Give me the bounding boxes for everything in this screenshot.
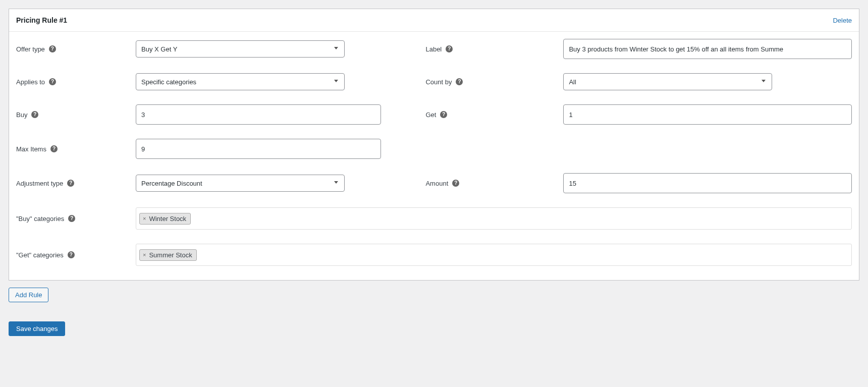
row-buy-categories: "Buy" categories ? × Winter Stock [16,207,852,230]
panel-title: Pricing Rule #1 [16,16,67,24]
adjustment-type-label-cell: Adjustment type ? [16,180,136,187]
count-by-value: All [569,78,576,86]
buy-input[interactable] [136,104,381,125]
help-icon[interactable]: ? [50,145,58,152]
offer-type-select[interactable]: Buy X Get Y [136,40,345,58]
add-rule-button[interactable]: Add Rule [9,288,48,302]
help-icon[interactable]: ? [440,111,447,118]
count-by-label-cell: Count by ? [425,78,563,86]
row-adjustment-amount: Adjustment type ? Percentage Discount Am… [16,173,852,193]
help-icon[interactable]: ? [31,111,38,118]
help-icon[interactable]: ? [68,251,75,258]
help-icon[interactable]: ? [452,180,459,187]
tag-label: Summer Stock [149,251,192,259]
adjustment-type-value: Percentage Discount [141,180,202,187]
help-icon[interactable]: ? [67,180,74,187]
buy-categories-label-cell: "Buy" categories ? [16,207,136,230]
row-applies-count: Applies to ? Specific categories Count b… [16,73,852,90]
max-items-label: Max Items [16,145,46,153]
max-items-label-cell: Max Items ? [16,145,136,153]
row-offer-label: Offer type ? Buy X Get Y Label ? [16,39,852,59]
count-by-label: Count by [425,78,452,86]
applies-to-label-cell: Applies to ? [16,78,136,86]
chevron-down-icon [332,77,340,87]
applies-to-value: Specific categories [141,78,196,86]
help-icon[interactable]: ? [68,215,75,222]
help-icon[interactable]: ? [49,78,56,85]
adjustment-type-label: Adjustment type [16,180,63,187]
panel-header: Pricing Rule #1 Delete [9,9,859,32]
chevron-down-icon [332,179,340,188]
amount-label-cell: Amount ? [425,180,563,187]
amount-input[interactable] [563,173,852,193]
offer-type-value: Buy X Get Y [141,45,177,53]
buy-categories-label: "Buy" categories [16,215,64,223]
adjustment-type-select[interactable]: Percentage Discount [136,175,345,192]
pricing-rule-panel: Pricing Rule #1 Delete Offer type ? Buy … [9,9,859,281]
label-input[interactable] [563,39,852,59]
count-by-select[interactable]: All [563,73,772,90]
buy-label: Buy [16,111,27,119]
offer-type-label-cell: Offer type ? [16,45,136,53]
buy-label-cell: Buy ? [16,111,136,119]
get-categories-label-cell: "Get" categories ? [16,244,136,266]
get-categories-field[interactable]: × Summer Stock [136,244,852,266]
row-get-categories: "Get" categories ? × Summer Stock [16,244,852,266]
chevron-down-icon [332,44,340,54]
delete-link[interactable]: Delete [833,17,852,24]
amount-label: Amount [425,180,448,187]
applies-to-select[interactable]: Specific categories [136,73,345,90]
max-items-input[interactable] [136,139,381,159]
actions-area: Add Rule Save changes [9,288,859,336]
chevron-down-icon [760,77,768,87]
tag-label: Winter Stock [149,215,186,223]
save-button[interactable]: Save changes [9,321,65,336]
category-tag[interactable]: × Summer Stock [139,249,197,261]
close-icon[interactable]: × [143,252,146,258]
applies-to-label: Applies to [16,78,45,86]
row-buy-get: Buy ? Get ? [16,104,852,125]
buy-categories-field[interactable]: × Winter Stock [136,207,852,230]
get-label: Get [425,111,436,119]
label-field-label-cell: Label ? [425,45,563,53]
category-tag[interactable]: × Winter Stock [139,213,191,225]
close-icon[interactable]: × [143,216,146,222]
help-icon[interactable]: ? [446,45,453,52]
get-input[interactable] [563,104,852,125]
help-icon[interactable]: ? [456,78,463,85]
get-categories-label: "Get" categories [16,251,64,259]
help-icon[interactable]: ? [49,45,56,52]
row-maxitems: Max Items ? [16,139,852,159]
panel-body: Offer type ? Buy X Get Y Label ? [9,32,859,280]
offer-type-label: Offer type [16,45,45,53]
label-field-label: Label [425,45,442,53]
get-label-cell: Get ? [425,111,563,119]
